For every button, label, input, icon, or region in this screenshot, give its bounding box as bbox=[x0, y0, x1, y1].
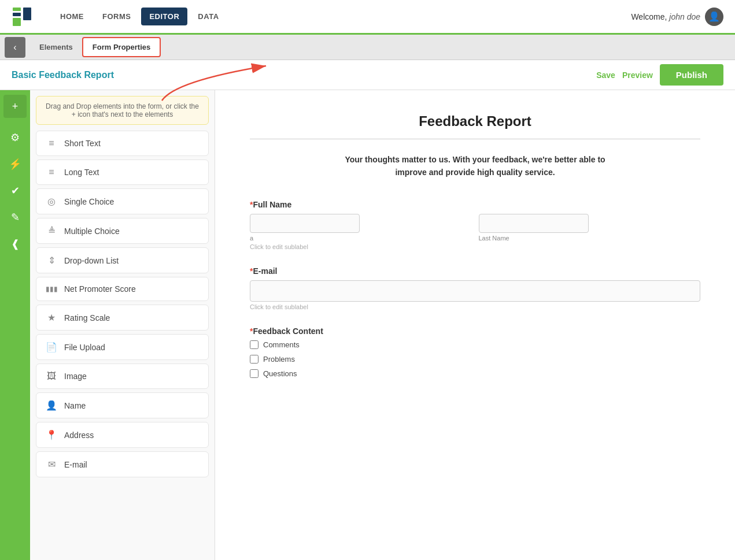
checkbox-comments: Comments bbox=[250, 340, 700, 349]
checkbox-comments-input[interactable] bbox=[250, 340, 258, 349]
form-title-actions: Save Preview Publish bbox=[596, 64, 723, 86]
element-name[interactable]: 👤 Name bbox=[36, 392, 209, 418]
file-upload-icon: 📄 bbox=[46, 342, 57, 353]
add-element-icon[interactable]: + bbox=[3, 95, 27, 118]
address-icon: 📍 bbox=[46, 429, 57, 440]
nav-links: HOME FORMS EDITOR DATA bbox=[52, 8, 227, 25]
brush-icon[interactable]: ✎ bbox=[3, 206, 27, 229]
field-email: *E-mail Click to edit sublabel bbox=[250, 266, 700, 310]
form-subtitle: Your thoughts matter to us. With your fe… bbox=[250, 153, 700, 179]
element-long-text[interactable]: ≡ Long Text bbox=[36, 160, 209, 185]
svg-rect-3 bbox=[23, 8, 31, 20]
element-dropdown[interactable]: ⇕ Drop-down List bbox=[36, 247, 209, 273]
element-short-text[interactable]: ≡ Short Text bbox=[36, 131, 209, 156]
element-nps[interactable]: ▮▮▮ Net Promoter Score bbox=[36, 277, 209, 301]
form-canvas: Feedback Report Your thoughts matter to … bbox=[215, 90, 735, 560]
check-circle-icon[interactable]: ✔ bbox=[3, 179, 27, 202]
back-button[interactable]: ‹ bbox=[5, 37, 25, 58]
main-layout: + ⚙ ⚡ ✔ ✎ ❰ Drag and Drop elements into … bbox=[0, 90, 735, 560]
field-label-email: *E-mail bbox=[250, 266, 700, 276]
element-address[interactable]: 📍 Address bbox=[36, 422, 209, 448]
form-canvas-title: Feedback Report bbox=[250, 113, 700, 129]
nps-icon: ▮▮▮ bbox=[46, 285, 57, 293]
email-icon: ✉ bbox=[46, 459, 57, 470]
preview-button[interactable]: Preview bbox=[622, 71, 653, 80]
full-name-sublabel[interactable]: Click to edit sublabel bbox=[250, 243, 700, 250]
tab-form-properties[interactable]: Form Properties bbox=[82, 37, 161, 57]
rating-scale-icon: ★ bbox=[46, 312, 57, 323]
svg-rect-2 bbox=[13, 18, 21, 26]
field-full-name: *Full Name a Last Name Click to edit sub… bbox=[250, 200, 700, 250]
checkbox-problems: Problems bbox=[250, 355, 700, 364]
first-name-sublabel: a bbox=[250, 235, 472, 242]
last-name-input[interactable] bbox=[479, 214, 589, 233]
long-text-icon: ≡ bbox=[46, 167, 57, 177]
single-choice-icon: ◎ bbox=[46, 196, 57, 207]
element-email[interactable]: ✉ E-mail bbox=[36, 451, 209, 477]
nav-right: Welcome, john doe 👤 bbox=[631, 8, 723, 26]
nav-forms[interactable]: FORMS bbox=[94, 8, 139, 25]
sub-nav: ‹ Elements Form Properties bbox=[0, 35, 735, 60]
nav-data[interactable]: DATA bbox=[190, 8, 227, 25]
form-title: Basic Feedback Report bbox=[12, 70, 587, 80]
last-name-col: Last Name bbox=[479, 214, 701, 242]
checkbox-questions-label: Questions bbox=[263, 369, 297, 378]
logo[interactable] bbox=[12, 6, 32, 27]
name-icon: 👤 bbox=[46, 400, 57, 411]
settings-icon[interactable]: ⚙ bbox=[3, 126, 27, 149]
nav-editor[interactable]: EDITOR bbox=[141, 8, 187, 25]
element-multiple-choice[interactable]: ≜ Multiple Choice bbox=[36, 218, 209, 244]
user-avatar-icon[interactable]: 👤 bbox=[705, 8, 723, 26]
welcome-text: Welcome, john doe bbox=[631, 12, 700, 21]
last-name-sublabel: Last Name bbox=[479, 235, 701, 242]
panel-hint: Drag and Drop elements into the form, or… bbox=[36, 96, 209, 125]
field-label-full-name: *Full Name bbox=[250, 200, 700, 209]
checkbox-problems-label: Problems bbox=[263, 355, 295, 364]
checkbox-problems-input[interactable] bbox=[250, 355, 258, 364]
top-nav: HOME FORMS EDITOR DATA Welcome, john doe… bbox=[0, 0, 735, 35]
svg-rect-1 bbox=[13, 13, 21, 16]
element-rating-scale[interactable]: ★ Rating Scale bbox=[36, 305, 209, 331]
element-file-upload[interactable]: 📄 File Upload bbox=[36, 334, 209, 360]
publish-button[interactable]: Publish bbox=[660, 64, 723, 86]
short-text-icon: ≡ bbox=[46, 138, 57, 149]
first-name-col: a bbox=[250, 214, 472, 242]
lightning-icon[interactable]: ⚡ bbox=[3, 153, 27, 176]
element-image[interactable]: 🖼 Image bbox=[36, 364, 209, 389]
checkbox-comments-label: Comments bbox=[263, 340, 300, 349]
field-feedback-content: *Feedback Content Comments Problems Ques… bbox=[250, 327, 700, 378]
share-icon[interactable]: ❰ bbox=[3, 232, 27, 255]
form-title-bar: Basic Feedback Report Save Preview Publi… bbox=[0, 60, 735, 90]
form-divider bbox=[250, 139, 700, 139]
checkbox-questions: Questions bbox=[250, 369, 700, 378]
email-input[interactable] bbox=[250, 280, 700, 302]
multiple-choice-icon: ≜ bbox=[46, 225, 57, 236]
dropdown-icon: ⇕ bbox=[46, 255, 57, 266]
image-icon: 🖼 bbox=[46, 371, 57, 381]
elements-panel: Drag and Drop elements into the form, or… bbox=[30, 90, 215, 560]
icon-sidebar: + ⚙ ⚡ ✔ ✎ ❰ bbox=[0, 90, 30, 560]
checkbox-questions-input[interactable] bbox=[250, 369, 258, 378]
nav-home[interactable]: HOME bbox=[52, 8, 92, 25]
element-single-choice[interactable]: ◎ Single Choice bbox=[36, 188, 209, 214]
save-button[interactable]: Save bbox=[596, 71, 615, 80]
first-name-input[interactable] bbox=[250, 214, 360, 233]
field-label-feedback: *Feedback Content bbox=[250, 327, 700, 336]
tab-elements[interactable]: Elements bbox=[30, 38, 82, 56]
full-name-row: a Last Name bbox=[250, 214, 700, 242]
svg-rect-0 bbox=[13, 8, 21, 11]
email-sublabel[interactable]: Click to edit sublabel bbox=[250, 303, 700, 310]
